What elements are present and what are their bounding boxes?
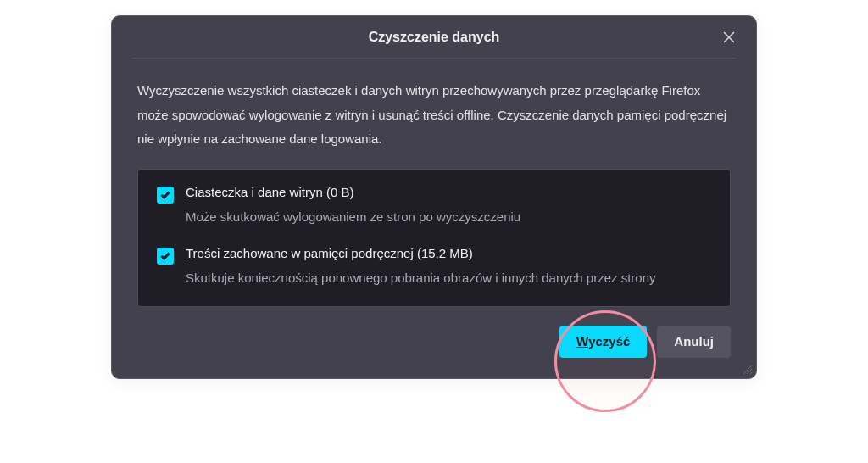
checkmark-icon [160,191,170,199]
option-cache-sub: Skutkuje koniecznością ponownego pobrani… [186,267,656,289]
option-cookies-sub: Może skutkować wylogowaniem ze stron po … [186,206,520,228]
dialog-titlebar: Czyszczenie danych [132,16,736,59]
cancel-button[interactable]: Anuluj [657,326,731,358]
option-cookies-label[interactable]: Ciasteczka i dane witryn (0 B) [186,185,520,199]
close-icon [723,31,735,43]
dialog-title: Czyszczenie danych [369,30,500,45]
dialog-actions: Wyczyść Anuluj [112,307,756,378]
dialog-description: Wyczyszczenie wszystkich ciasteczek i da… [137,79,731,152]
svg-line-4 [750,372,752,374]
options-panel: Ciasteczka i dane witryn (0 B) Może skut… [137,169,731,307]
option-cache-text: Treści zachowane w pamięci podręcznej (1… [186,246,656,289]
dialog-body: Wyczyszczenie wszystkich ciasteczek i da… [112,59,756,307]
option-cache: Treści zachowane w pamięci podręcznej (1… [157,246,711,289]
option-cookies: Ciasteczka i dane witryn (0 B) Może skut… [157,185,711,228]
clear-data-dialog: Czyszczenie danych Wyczyszczenie wszystk… [111,15,757,379]
checkbox-cache[interactable] [157,248,174,265]
close-button[interactable] [717,25,741,49]
resize-grip[interactable] [741,363,753,375]
checkbox-cookies[interactable] [157,187,174,204]
option-cookies-text: Ciasteczka i dane witryn (0 B) Może skut… [186,185,520,228]
option-cache-label[interactable]: Treści zachowane w pamięci podręcznej (1… [186,246,656,260]
checkmark-icon [160,252,170,260]
clear-button[interactable]: Wyczyść [559,326,647,358]
